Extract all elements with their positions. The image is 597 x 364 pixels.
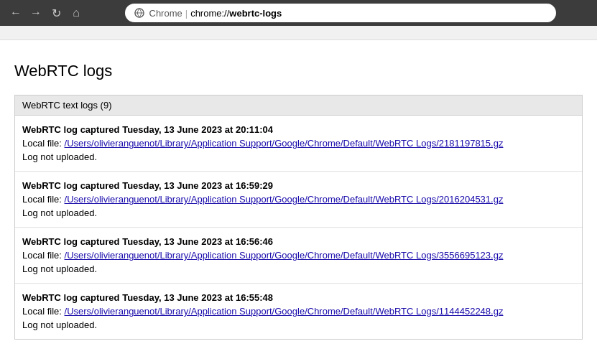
browser-chrome: ← → ↻ ⌂ Chrome | chrome://webrtc-logs — [0, 0, 597, 26]
log-title: WebRTC log captured Tuesday, 13 June 202… — [22, 236, 575, 247]
home-button[interactable]: ⌂ — [68, 4, 85, 22]
local-file-label: Local file: — [22, 138, 65, 149]
local-file-link[interactable]: /Users/olivieranguenot/Library/Applicati… — [65, 138, 504, 149]
log-title: WebRTC log captured Tuesday, 13 June 202… — [22, 292, 575, 303]
back-button[interactable]: ← — [7, 4, 24, 22]
site-icon — [134, 7, 145, 19]
log-entry: WebRTC log captured Tuesday, 13 June 202… — [15, 228, 582, 284]
local-file-label: Local file: — [22, 194, 65, 205]
log-status: Log not uploaded. — [22, 263, 575, 274]
log-entry: WebRTC log captured Tuesday, 13 June 202… — [15, 172, 582, 228]
log-title: WebRTC log captured Tuesday, 13 June 202… — [22, 124, 575, 135]
forward-button[interactable]: → — [27, 4, 45, 22]
address-separator: | — [185, 8, 188, 19]
page-content: WebRTC logs WebRTC text logs (9) WebRTC … — [0, 40, 597, 354]
local-file-label: Local file: — [22, 306, 65, 317]
page-title: WebRTC logs — [14, 62, 583, 80]
log-entry: WebRTC log captured Tuesday, 13 June 202… — [15, 284, 582, 339]
address-url: chrome://webrtc-logs — [190, 8, 282, 19]
log-local-file: Local file: /Users/olivieranguenot/Libra… — [22, 306, 575, 317]
log-local-file: Local file: /Users/olivieranguenot/Libra… — [22, 250, 575, 261]
local-file-label: Local file: — [22, 250, 65, 261]
log-status: Log not uploaded. — [22, 207, 575, 218]
log-status: Log not uploaded. — [22, 151, 575, 162]
address-bold: webrtc-logs — [229, 8, 282, 19]
address-bar[interactable]: Chrome | chrome://webrtc-logs — [125, 4, 556, 22]
section-header: WebRTC text logs (9) — [14, 95, 583, 116]
log-status: Log not uploaded. — [22, 319, 575, 330]
local-file-link[interactable]: /Users/olivieranguenot/Library/Applicati… — [65, 194, 504, 205]
logs-container: WebRTC log captured Tuesday, 13 June 202… — [14, 116, 583, 340]
nav-buttons: ← → ↻ ⌂ — [7, 4, 85, 22]
toolbar-strip — [0, 26, 597, 40]
log-local-file: Local file: /Users/olivieranguenot/Libra… — [22, 138, 575, 149]
log-local-file: Local file: /Users/olivieranguenot/Libra… — [22, 194, 575, 205]
log-entry: WebRTC log captured Tuesday, 13 June 202… — [15, 116, 582, 172]
log-title: WebRTC log captured Tuesday, 13 June 202… — [22, 180, 575, 191]
reload-button[interactable]: ↻ — [47, 4, 65, 22]
local-file-link[interactable]: /Users/olivieranguenot/Library/Applicati… — [65, 306, 504, 317]
local-file-link[interactable]: /Users/olivieranguenot/Library/Applicati… — [65, 250, 504, 261]
tab-label: Chrome — [149, 8, 182, 19]
